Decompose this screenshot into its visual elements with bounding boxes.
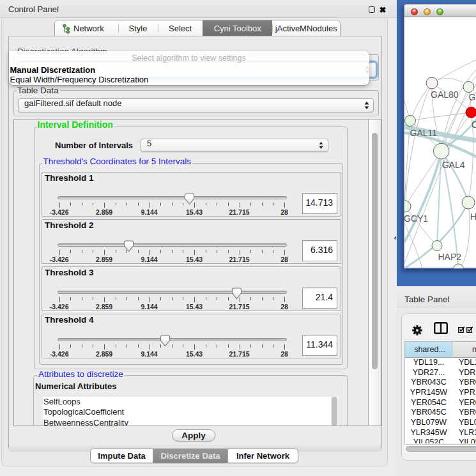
network-node[interactable] bbox=[405, 116, 416, 127]
slider-track[interactable] bbox=[58, 338, 287, 341]
threshold-value-field[interactable]: 14.713 bbox=[302, 193, 337, 214]
tab-label: Select bbox=[169, 24, 192, 33]
network-node[interactable] bbox=[432, 241, 442, 251]
attribute-list-item[interactable]: SelfLoops bbox=[43, 397, 338, 407]
network-node[interactable] bbox=[433, 143, 449, 159]
slider-track[interactable] bbox=[58, 291, 287, 294]
checkbox-checked-icon[interactable] bbox=[466, 326, 473, 333]
settings-scroll-pane: Interval Definition Number of Intervals … bbox=[13, 119, 381, 426]
column-header-name[interactable]: name bbox=[452, 342, 476, 358]
slider-tick bbox=[116, 250, 116, 253]
table-row[interactable]: YLR345WYLR34 bbox=[405, 428, 476, 438]
attributes-list-scrollbar[interactable] bbox=[331, 397, 337, 426]
slider-scale-label: 28 bbox=[280, 350, 288, 358]
tab-select[interactable]: Select bbox=[158, 20, 203, 36]
slider-scale-label: 9.144 bbox=[141, 208, 157, 216]
slider-tick bbox=[59, 250, 60, 255]
control-panel-titlebar: Control Panel ✖ bbox=[0, 0, 397, 18]
slider-scale-label: 28 bbox=[280, 303, 288, 311]
slider-track[interactable] bbox=[58, 243, 287, 247]
float-window-icon[interactable] bbox=[369, 6, 375, 13]
slider-tick bbox=[82, 297, 82, 300]
popup-prompt-item[interactable]: Select algorithm to view settings bbox=[9, 54, 369, 64]
slider-tick bbox=[240, 203, 240, 208]
table-row[interactable]: YBR045CYBR04 bbox=[405, 408, 476, 418]
table-row[interactable]: YBL079WYBL07 bbox=[405, 418, 476, 428]
threshold-value-field[interactable]: 6.316 bbox=[302, 240, 337, 261]
table-panel-title: Table Panel bbox=[404, 295, 450, 304]
table-hscrollbar-thumb[interactable] bbox=[406, 446, 476, 452]
table-data-combo[interactable]: galFiltered.sif default node bbox=[18, 98, 374, 112]
tab-jactivemnodules[interactable]: jActiveMNodules bbox=[272, 20, 340, 36]
table-horizontal-scrollbar[interactable] bbox=[404, 444, 476, 452]
slider-tick bbox=[82, 344, 82, 348]
attribute-list-item[interactable]: BetweennessCentrality bbox=[43, 418, 338, 426]
node-table-card: shared... name YDL19...YDL19YDR27...YDR2… bbox=[401, 313, 476, 461]
tab-network[interactable]: Network bbox=[55, 20, 118, 36]
threshold-label: Threshold 3 bbox=[45, 268, 94, 277]
table-row[interactable]: YDR27...YDR27 bbox=[405, 368, 476, 378]
table-panel-header: Table Panel bbox=[397, 286, 476, 307]
slider-scale-label: 9.144 bbox=[141, 350, 157, 358]
slider-tick bbox=[250, 203, 251, 206]
table-data-group: Table Data galFiltered.sif default node bbox=[13, 90, 379, 116]
slider-thumb[interactable] bbox=[231, 288, 242, 300]
table-row[interactable]: YDL19...YDL19 bbox=[405, 358, 476, 368]
slider-scale-label: 15.43 bbox=[186, 350, 203, 358]
table-row[interactable]: YBR043CYBR04 bbox=[405, 378, 476, 388]
network-node[interactable] bbox=[466, 107, 476, 118]
tab-infer-network[interactable]: Infer Network bbox=[227, 449, 298, 463]
slider-track[interactable] bbox=[58, 196, 287, 199]
threshold-value-field[interactable]: 11.344 bbox=[302, 335, 337, 356]
slider-tick bbox=[183, 344, 183, 348]
threshold-value-field[interactable]: 21.4 bbox=[302, 288, 337, 309]
network-node[interactable] bbox=[463, 82, 474, 93]
tab-style[interactable]: Style bbox=[118, 20, 158, 36]
minimize-traffic-light[interactable] bbox=[424, 8, 431, 15]
apply-button[interactable]: Apply bbox=[172, 429, 215, 441]
tab-discretize-data[interactable]: Discretize Data bbox=[153, 449, 227, 463]
zoom-traffic-light[interactable] bbox=[436, 8, 443, 15]
network-window-titlebar[interactable] bbox=[404, 4, 476, 17]
slider-scale-label: 28 bbox=[280, 256, 288, 263]
column-layout-icon[interactable] bbox=[434, 322, 448, 334]
cell-name: YDL19 bbox=[452, 358, 476, 368]
popup-option[interactable]: Manual Discretization bbox=[10, 65, 96, 75]
tab-impute-data[interactable]: Impute Data bbox=[91, 449, 153, 463]
main-scrollbar-thumb[interactable] bbox=[372, 133, 378, 369]
slider-scale-label: 9.144 bbox=[141, 256, 157, 263]
slider-thumb[interactable] bbox=[123, 240, 134, 252]
main-scrollbar-track[interactable] bbox=[368, 119, 381, 426]
network-canvas[interactable]: GAL80GACGAL11GAL4GCY1HHAP2 bbox=[404, 17, 476, 268]
table-row[interactable]: YPR145WYPR14 bbox=[405, 388, 476, 398]
column-header-shared-name[interactable]: shared... bbox=[405, 342, 452, 358]
slider-thumb[interactable] bbox=[184, 193, 195, 205]
tab-cyni-toolbox[interactable]: Cyni Toolbox bbox=[203, 20, 273, 36]
attributes-scrollbar-thumb[interactable] bbox=[332, 397, 337, 426]
cell-name: YBL07 bbox=[452, 418, 476, 428]
slider-tick bbox=[70, 344, 71, 348]
attribute-list-item[interactable]: TopologicalCoefficient bbox=[43, 407, 338, 417]
slider-tick bbox=[273, 250, 273, 253]
network-node[interactable] bbox=[426, 77, 438, 89]
slider-tick bbox=[172, 250, 173, 253]
network-node[interactable] bbox=[462, 196, 475, 209]
slider-tick bbox=[217, 203, 217, 206]
network-node-label: GAL4 bbox=[442, 160, 465, 170]
slider-tick bbox=[206, 297, 206, 300]
slider-tick bbox=[150, 203, 150, 208]
network-node[interactable] bbox=[404, 201, 411, 212]
close-traffic-light[interactable] bbox=[411, 8, 418, 15]
checkbox-checked-icon[interactable] bbox=[458, 326, 465, 333]
network-graph: GAL80GACGAL11GAL4GCY1HHAP2 bbox=[404, 17, 476, 268]
table-row[interactable]: YIL052CYIL05 bbox=[405, 438, 476, 443]
numerical-attributes-list[interactable]: SelfLoopsTopologicalCoefficientBetweenne… bbox=[43, 397, 338, 426]
table-row[interactable]: YER054CYER05 bbox=[405, 398, 476, 408]
popup-option[interactable]: Equal Width/Frequency Discretization bbox=[10, 75, 149, 84]
gear-icon[interactable] bbox=[412, 325, 422, 335]
slider-tick bbox=[82, 250, 82, 253]
close-icon[interactable]: ✖ bbox=[379, 4, 387, 16]
slider-tick bbox=[206, 250, 206, 253]
number-of-intervals-combo[interactable]: 5 bbox=[141, 139, 328, 152]
slider-thumb[interactable] bbox=[160, 335, 171, 347]
